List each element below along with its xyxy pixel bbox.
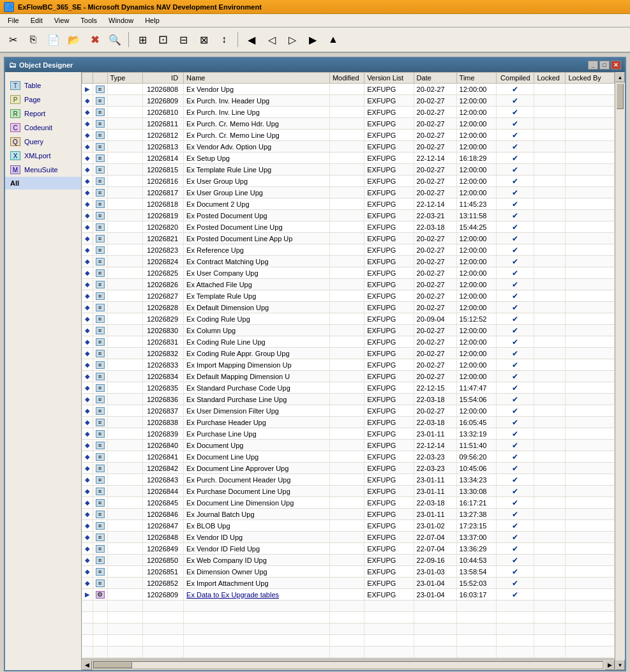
- table-row[interactable]: ◆ ≡ 12026837 Ex User Dimension Filter Up…: [82, 405, 615, 417]
- col-header-date[interactable]: Date: [414, 73, 456, 84]
- sidebar-item-page[interactable]: P Page: [5, 93, 81, 107]
- table-row[interactable]: ◆ ≡ 12026815 Ex Template Rule Line Upg E…: [82, 164, 615, 175]
- table-row[interactable]: ◆ ≡ 12026817 Ex User Group Line Upg EXFU…: [82, 187, 615, 198]
- sort-button[interactable]: ⊠: [195, 31, 213, 49]
- col-header-compiled[interactable]: Compiled: [497, 73, 534, 84]
- col-header-lockedby[interactable]: Locked By: [566, 73, 615, 84]
- table-row[interactable]: ◆ ≡ 12026824 Ex Contract Matching Upg EX…: [82, 256, 615, 267]
- h-scroll-track[interactable]: [93, 661, 603, 669]
- v-scroll-thumb[interactable]: [617, 84, 624, 109]
- table-row[interactable]: ◆ ≡ 12026844 Ex Purchase Document Line U…: [82, 486, 615, 497]
- table-row[interactable]: ◆ ≡ 12026826 Ex Attached File Upg EXFUPG…: [82, 279, 615, 290]
- sidebar-item-table[interactable]: T Table: [5, 78, 81, 93]
- table-row[interactable]: ◆ ≡ 12026828 Ex Default Dimension Upg EX…: [82, 302, 615, 313]
- table-row[interactable]: ◆ ≡ 12026830 Ex Column Upg EXFUPG 20-02-…: [82, 325, 615, 336]
- table-row[interactable]: ◆ ≡ 12026812 Ex Purch. Cr. Memo Line Upg…: [82, 130, 615, 141]
- table-row[interactable]: ◆ ≡ 12026816 Ex User Group Upg EXFUPG 20…: [82, 175, 615, 187]
- prev-button[interactable]: ◁: [263, 31, 281, 49]
- sidebar-item-query[interactable]: Q Query: [5, 135, 81, 149]
- paste-button[interactable]: 📄: [45, 31, 63, 49]
- table-row[interactable]: ◆ ≡ 12026835 Ex Standard Purchase Code U…: [82, 382, 615, 394]
- menu-window[interactable]: Window: [103, 15, 139, 26]
- table-row[interactable]: ◆ ≡ 12026810 Ex Purch. Inv. Line Upg EXF…: [82, 107, 615, 118]
- table-row[interactable]: ◆ ≡ 12026832 Ex Coding Rule Appr. Group …: [82, 348, 615, 359]
- table-row[interactable]: ◆ ≡ 12026838 Ex Purchase Header Upg EXFU…: [82, 417, 615, 428]
- h-scroll-thumb[interactable]: [94, 662, 132, 668]
- table-row[interactable]: ◆ ≡ 12026814 Ex Setup Upg EXFUPG 22-12-1…: [82, 153, 615, 164]
- table-row[interactable]: ◆ ≡ 12026811 Ex Purch. Cr. Memo Hdr. Upg…: [82, 118, 615, 130]
- col-header-name[interactable]: Name: [184, 73, 330, 84]
- table-row[interactable]: ◆ ≡ 12026846 Ex Journal Batch Upg EXFUPG…: [82, 509, 615, 520]
- vertical-scrollbar[interactable]: ▲ ▼: [615, 72, 625, 670]
- forward-button[interactable]: ▶: [304, 31, 322, 49]
- table-row[interactable]: ◆ ≡ 12026849 Ex Vendor ID Field Upg EXFU…: [82, 543, 615, 555]
- menu-help[interactable]: Help: [140, 15, 165, 26]
- table-row[interactable]: ▶ ≡ 12026808 Ex Vendor Upg EXFUPG 20-02-…: [82, 84, 615, 95]
- close-button[interactable]: ✕: [611, 61, 621, 70]
- table-row[interactable]: ◆ ≡ 12026834 Ex Default Mapping Dimensio…: [82, 371, 615, 382]
- maximize-button[interactable]: □: [599, 61, 610, 70]
- table-row[interactable]: ◆ ≡ 12026818 Ex Document 2 Upg EXFUPG 22…: [82, 198, 615, 210]
- col-header-id[interactable]: ID: [142, 73, 183, 84]
- table-row[interactable]: ◆ ≡ 12026840 Ex Document Upg EXFUPG 22-1…: [82, 440, 615, 451]
- table-row[interactable]: ◆ ≡ 12026831 Ex Coding Rule Line Upg EXF…: [82, 336, 615, 348]
- table-row[interactable]: ◆ ≡ 12026850 Ex Web Company ID Upg EXFUP…: [82, 555, 615, 566]
- minimize-button[interactable]: _: [588, 61, 598, 70]
- menu-file[interactable]: File: [3, 15, 24, 26]
- table-row[interactable]: ◆ ≡ 12026821 Ex Posted Document Line App…: [82, 233, 615, 244]
- data-table-wrapper[interactable]: Type ID Name Modified Version List Date …: [82, 72, 615, 659]
- sidebar-item-menusuite[interactable]: M MenuSuite: [5, 163, 81, 177]
- table-row[interactable]: ◆ ≡ 12026825 Ex User Company Upg EXFUPG …: [82, 267, 615, 279]
- table-row[interactable]: ◆ ≡ 12026833 Ex Import Mapping Dimension…: [82, 359, 615, 371]
- sidebar-item-report[interactable]: R Report: [5, 107, 81, 121]
- menu-tools[interactable]: Tools: [75, 15, 102, 26]
- window-controls: _ □ ✕: [588, 61, 621, 70]
- v-scroll-up-btn[interactable]: ▲: [615, 72, 625, 82]
- sidebar-item-all[interactable]: All: [5, 177, 81, 190]
- refresh-button[interactable]: ↕: [215, 31, 233, 49]
- table-row[interactable]: ▶ ⚙ 12026809 Ex Data to Ex Upgrade table…: [82, 589, 615, 601]
- table-row[interactable]: ◆ ≡ 12026852 Ex Import Attachment Upg EX…: [82, 578, 615, 589]
- menu-edit[interactable]: Edit: [26, 15, 48, 26]
- table-row[interactable]: ◆ ≡ 12026843 Ex Purch. Document Header U…: [82, 474, 615, 486]
- sidebar-item-xmlport[interactable]: X XMLport: [5, 149, 81, 163]
- col-header-modified[interactable]: Modified: [329, 73, 364, 84]
- table-row[interactable]: ◆ ≡ 12026823 Ex Reference Upg EXFUPG 20-…: [82, 244, 615, 256]
- nav-button[interactable]: ⊟: [174, 31, 192, 49]
- table-row[interactable]: ◆ ≡ 12026827 Ex Template Rule Upg EXFUPG…: [82, 290, 615, 302]
- table-row[interactable]: ◆ ≡ 12026851 Ex Dimension Owner Upg EXFU…: [82, 566, 615, 578]
- delete-button[interactable]: ✖: [86, 31, 103, 49]
- table-row[interactable]: ◆ ≡ 12026842 Ex Document Line Approver U…: [82, 463, 615, 474]
- horizontal-scrollbar[interactable]: ◀ ▶: [82, 659, 615, 670]
- table-row[interactable]: ◆ ≡ 12026848 Ex Vendor ID Upg EXFUPG 22-…: [82, 532, 615, 543]
- col-header-type[interactable]: Type: [107, 73, 142, 84]
- table-row[interactable]: ◆ ≡ 12026847 Ex BLOB Upg EXFUPG 23-01-02…: [82, 520, 615, 532]
- copy-button[interactable]: ⎘: [24, 31, 42, 49]
- v-scroll-down-btn[interactable]: ▼: [615, 660, 625, 670]
- open-button[interactable]: 📂: [65, 31, 83, 49]
- h-scroll-right-btn[interactable]: ▶: [604, 660, 615, 670]
- next-button[interactable]: ▷: [283, 31, 301, 49]
- table-row[interactable]: ◆ ≡ 12026813 Ex Vendor Adv. Option Upg E…: [82, 141, 615, 153]
- table-row[interactable]: ◆ ≡ 12026809 Ex Purch. Inv. Header Upg E…: [82, 95, 615, 107]
- grid-button[interactable]: ⊞: [133, 31, 151, 49]
- sidebar-item-codeunit[interactable]: C Codeunit: [5, 121, 81, 135]
- filter-button[interactable]: ⊡: [154, 31, 172, 49]
- v-scroll-track[interactable]: [615, 82, 625, 660]
- col-header-time[interactable]: Time: [456, 73, 497, 84]
- table-row[interactable]: ◆ ≡ 12026829 Ex Coding Rule Upg EXFUPG 2…: [82, 313, 615, 325]
- cut-button[interactable]: ✂: [4, 31, 22, 49]
- back-button[interactable]: ◀: [243, 31, 260, 49]
- find-button[interactable]: 🔍: [106, 31, 124, 49]
- table-row[interactable]: ◆ ≡ 12026841 Ex Document Line Upg EXFUPG…: [82, 451, 615, 463]
- table-row[interactable]: ◆ ≡ 12026819 Ex Posted Document Upg EXFU…: [82, 210, 615, 221]
- menu-view[interactable]: View: [49, 15, 75, 26]
- table-row[interactable]: ◆ ≡ 12026836 Ex Standard Purchase Line U…: [82, 394, 615, 405]
- h-scroll-left-btn[interactable]: ◀: [82, 660, 92, 670]
- up-button[interactable]: ▲: [324, 31, 342, 49]
- table-row[interactable]: ◆ ≡ 12026845 Ex Document Line Dimension …: [82, 497, 615, 509]
- table-row[interactable]: ◆ ≡ 12026839 Ex Purchase Line Upg EXFUPG…: [82, 428, 615, 440]
- col-header-locked[interactable]: Locked: [534, 73, 566, 84]
- table-row[interactable]: ◆ ≡ 12026820 Ex Posted Document Line Upg…: [82, 221, 615, 233]
- col-header-version[interactable]: Version List: [364, 73, 414, 84]
